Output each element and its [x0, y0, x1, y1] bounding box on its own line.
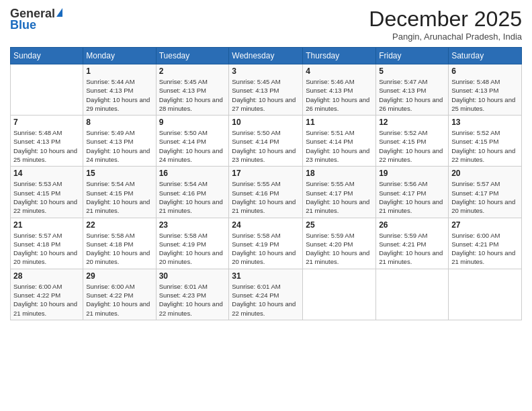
day-info: Sunrise: 6:00 AMSunset: 4:22 PMDaylight:…: [13, 282, 80, 318]
header-tuesday: Tuesday: [156, 48, 229, 64]
header-wednesday: Wednesday: [229, 48, 303, 64]
day-info: Sunrise: 5:57 AMSunset: 4:17 PMDaylight:…: [451, 179, 519, 215]
day-info: Sunrise: 5:53 AMSunset: 4:15 PMDaylight:…: [13, 179, 80, 215]
day-info: Sunrise: 5:52 AMSunset: 4:15 PMDaylight:…: [379, 128, 445, 164]
day-number: 22: [86, 220, 152, 230]
day-number: 9: [159, 118, 226, 127]
calendar-cell: 2Sunrise: 5:45 AMSunset: 4:13 PMDaylight…: [156, 64, 229, 116]
logo-blue: Blue: [10, 18, 36, 32]
day-info: Sunrise: 5:58 AMSunset: 4:19 PMDaylight:…: [232, 231, 300, 267]
calendar-week-1: 1Sunrise: 5:44 AMSunset: 4:13 PMDaylight…: [11, 64, 522, 116]
day-number: 1: [86, 66, 152, 76]
day-number: 24: [232, 220, 300, 230]
day-number: 4: [306, 66, 373, 76]
calendar-cell: 27Sunrise: 6:00 AMSunset: 4:21 PMDayligh…: [449, 218, 522, 269]
day-number: 15: [86, 169, 152, 178]
calendar-cell: 6Sunrise: 5:48 AMSunset: 4:13 PMDaylight…: [449, 64, 522, 116]
calendar-cell: [376, 269, 449, 320]
header-monday: Monday: [83, 48, 156, 64]
calendar-cell: 24Sunrise: 5:58 AMSunset: 4:19 PMDayligh…: [229, 218, 303, 269]
location-subtitle: Pangin, Arunachal Pradesh, India: [369, 32, 522, 42]
day-info: Sunrise: 5:46 AMSunset: 4:13 PMDaylight:…: [306, 77, 373, 113]
day-info: Sunrise: 6:01 AMSunset: 4:24 PMDaylight:…: [232, 282, 300, 318]
day-number: 20: [451, 169, 519, 178]
day-number: 18: [306, 169, 373, 178]
day-info: Sunrise: 5:51 AMSunset: 4:14 PMDaylight:…: [306, 128, 373, 164]
calendar-week-2: 7Sunrise: 5:48 AMSunset: 4:13 PMDaylight…: [11, 116, 522, 167]
day-number: 11: [306, 118, 373, 127]
calendar-cell: [303, 269, 376, 320]
calendar-cell: [449, 269, 522, 320]
day-info: Sunrise: 6:00 AMSunset: 4:21 PMDaylight:…: [451, 231, 519, 267]
calendar-cell: 30Sunrise: 6:01 AMSunset: 4:23 PMDayligh…: [156, 269, 229, 320]
day-info: Sunrise: 5:59 AMSunset: 4:20 PMDaylight:…: [306, 231, 373, 267]
day-number: 14: [13, 169, 80, 178]
day-info: Sunrise: 5:45 AMSunset: 4:13 PMDaylight:…: [232, 77, 300, 113]
day-info: Sunrise: 5:54 AMSunset: 4:15 PMDaylight:…: [86, 179, 152, 215]
calendar: Sunday Monday Tuesday Wednesday Thursday…: [10, 47, 522, 320]
day-number: 25: [306, 220, 373, 230]
calendar-cell: 29Sunrise: 6:00 AMSunset: 4:22 PMDayligh…: [83, 269, 156, 320]
calendar-cell: 18Sunrise: 5:55 AMSunset: 4:17 PMDayligh…: [303, 167, 376, 218]
calendar-cell: 1Sunrise: 5:44 AMSunset: 4:13 PMDaylight…: [83, 64, 156, 116]
day-info: Sunrise: 5:50 AMSunset: 4:14 PMDaylight:…: [232, 128, 300, 164]
calendar-week-5: 28Sunrise: 6:00 AMSunset: 4:22 PMDayligh…: [11, 269, 522, 320]
calendar-cell: 21Sunrise: 5:57 AMSunset: 4:18 PMDayligh…: [11, 218, 83, 269]
calendar-cell: 31Sunrise: 6:01 AMSunset: 4:24 PMDayligh…: [229, 269, 303, 320]
day-number: 7: [13, 118, 80, 127]
day-number: 6: [451, 66, 519, 76]
day-info: Sunrise: 5:49 AMSunset: 4:13 PMDaylight:…: [86, 128, 152, 164]
calendar-cell: 20Sunrise: 5:57 AMSunset: 4:17 PMDayligh…: [449, 167, 522, 218]
day-info: Sunrise: 5:47 AMSunset: 4:13 PMDaylight:…: [379, 77, 445, 113]
day-number: 16: [159, 169, 226, 178]
calendar-cell: 17Sunrise: 5:55 AMSunset: 4:16 PMDayligh…: [229, 167, 303, 218]
day-number: 26: [379, 220, 445, 230]
calendar-header-row: Sunday Monday Tuesday Wednesday Thursday…: [11, 48, 522, 64]
calendar-cell: 8Sunrise: 5:49 AMSunset: 4:13 PMDaylight…: [83, 116, 156, 167]
day-info: Sunrise: 5:48 AMSunset: 4:13 PMDaylight:…: [451, 77, 519, 113]
calendar-cell: 7Sunrise: 5:48 AMSunset: 4:13 PMDaylight…: [11, 116, 83, 167]
day-number: 31: [232, 271, 300, 281]
day-number: 13: [451, 118, 519, 127]
day-info: Sunrise: 5:58 AMSunset: 4:19 PMDaylight:…: [159, 231, 226, 267]
day-number: 21: [13, 220, 80, 230]
header-thursday: Thursday: [303, 48, 376, 64]
day-info: Sunrise: 5:54 AMSunset: 4:16 PMDaylight:…: [159, 179, 226, 215]
calendar-cell: 9Sunrise: 5:50 AMSunset: 4:14 PMDaylight…: [156, 116, 229, 167]
day-number: 2: [159, 66, 226, 76]
day-info: Sunrise: 5:48 AMSunset: 4:13 PMDaylight:…: [13, 128, 80, 164]
calendar-cell: 28Sunrise: 6:00 AMSunset: 4:22 PMDayligh…: [11, 269, 83, 320]
day-info: Sunrise: 6:01 AMSunset: 4:23 PMDaylight:…: [159, 282, 226, 318]
day-info: Sunrise: 5:50 AMSunset: 4:14 PMDaylight:…: [159, 128, 226, 164]
calendar-cell: 11Sunrise: 5:51 AMSunset: 4:14 PMDayligh…: [303, 116, 376, 167]
day-info: Sunrise: 5:44 AMSunset: 4:13 PMDaylight:…: [86, 77, 152, 113]
day-info: Sunrise: 5:55 AMSunset: 4:16 PMDaylight:…: [232, 179, 300, 215]
day-info: Sunrise: 5:55 AMSunset: 4:17 PMDaylight:…: [306, 179, 373, 215]
logo-triangle-icon: [56, 8, 62, 17]
header: General Blue December 2025 Pangin, Aruna…: [10, 7, 522, 42]
calendar-cell: 13Sunrise: 5:52 AMSunset: 4:15 PMDayligh…: [449, 116, 522, 167]
day-number: 29: [86, 271, 152, 281]
day-number: 12: [379, 118, 445, 127]
day-number: 8: [86, 118, 152, 127]
day-info: Sunrise: 5:45 AMSunset: 4:13 PMDaylight:…: [159, 77, 226, 113]
day-info: Sunrise: 5:52 AMSunset: 4:15 PMDaylight:…: [451, 128, 519, 164]
calendar-cell: 14Sunrise: 5:53 AMSunset: 4:15 PMDayligh…: [11, 167, 83, 218]
header-sunday: Sunday: [11, 48, 83, 64]
calendar-cell: 19Sunrise: 5:56 AMSunset: 4:17 PMDayligh…: [376, 167, 449, 218]
calendar-cell: 10Sunrise: 5:50 AMSunset: 4:14 PMDayligh…: [229, 116, 303, 167]
day-number: 19: [379, 169, 445, 178]
header-saturday: Saturday: [449, 48, 522, 64]
calendar-week-4: 21Sunrise: 5:57 AMSunset: 4:18 PMDayligh…: [11, 218, 522, 269]
day-number: 3: [232, 66, 300, 76]
calendar-cell: 26Sunrise: 5:59 AMSunset: 4:21 PMDayligh…: [376, 218, 449, 269]
day-number: 10: [232, 118, 300, 127]
day-info: Sunrise: 6:00 AMSunset: 4:22 PMDaylight:…: [86, 282, 152, 318]
day-info: Sunrise: 5:56 AMSunset: 4:17 PMDaylight:…: [379, 179, 445, 215]
calendar-cell: [11, 64, 83, 116]
day-number: 30: [159, 271, 226, 281]
title-section: December 2025 Pangin, Arunachal Pradesh,…: [369, 7, 522, 42]
calendar-cell: 23Sunrise: 5:58 AMSunset: 4:19 PMDayligh…: [156, 218, 229, 269]
day-number: 23: [159, 220, 226, 230]
page: General Blue December 2025 Pangin, Aruna…: [0, 0, 532, 411]
